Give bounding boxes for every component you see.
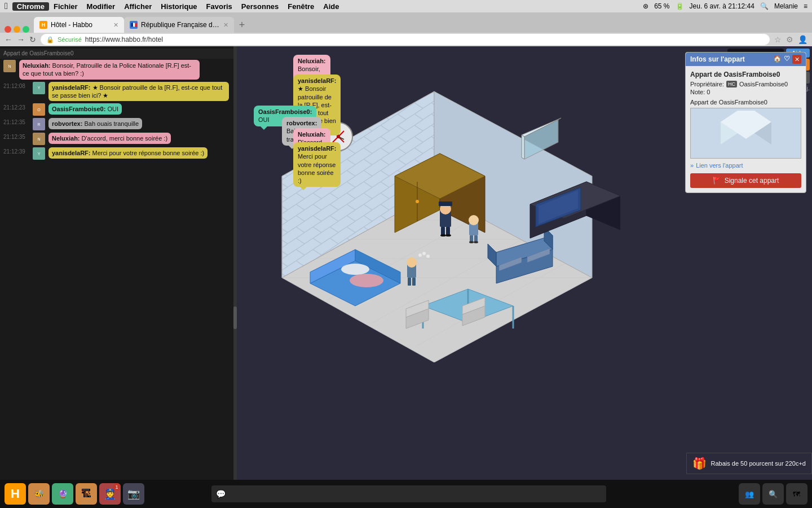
chat-bubble-5: yanisdelaRF: Merci pour votre réponse bo… xyxy=(48,147,208,159)
reload-button[interactable]: ↻ xyxy=(29,35,36,44)
chat-emoji-btn[interactable]: 💬 xyxy=(216,489,226,498)
menubar-fenetre[interactable]: Fenêtre xyxy=(283,2,319,11)
discount-banner[interactable]: 🎁 Rabais de 50 pourcent sur 220c+d xyxy=(686,453,812,474)
habbo-home-btn[interactable]: H xyxy=(5,483,26,505)
info-room-name-2: Appart de OasisFramboise0 xyxy=(690,99,801,106)
chat-text-3: Bah ouais tranquille xyxy=(84,120,139,127)
chat-bubble-4: Neluxiah: D'accord, merci bonne soirée :… xyxy=(48,133,171,144)
extensions-icon[interactable]: ⚙ xyxy=(786,35,793,44)
info-panel-heart-icon[interactable]: ♡ xyxy=(784,55,790,64)
chat-text-5: Merci pour votre réponse bonne soirée :) xyxy=(92,150,205,156)
menubar-modifier[interactable]: Modifier xyxy=(82,2,120,11)
search-icon[interactable]: 🔍 xyxy=(760,2,769,10)
forward-button[interactable]: → xyxy=(17,35,25,44)
minimize-window-btn[interactable] xyxy=(14,26,20,33)
chat-username-1: yanisdelaRF: xyxy=(52,84,90,91)
toolbar-btn-3[interactable]: 🏗 xyxy=(76,483,97,505)
search-room-btn[interactable]: 🔍 xyxy=(762,483,784,505)
report-btn-label: Signale cet appart xyxy=(725,177,779,185)
chat-input-field[interactable] xyxy=(229,490,602,498)
apple-menu[interactable]:  xyxy=(5,1,8,11)
svg-point-18 xyxy=(350,274,383,287)
address-input[interactable]: 🔒 Sécurisé https://www.habbo.fr/hotel xyxy=(41,34,770,45)
info-report-btn[interactable]: 🚩 Signale cet appart xyxy=(690,173,801,188)
tab-bar: H Hôtel - Habbo ✕ 🇫🇷 République Français… xyxy=(0,12,812,33)
info-panel: Infos sur l'appart 🏠 ♡ ✕ Appart de Oasis… xyxy=(685,52,806,193)
menubar-aide[interactable]: Aide xyxy=(319,2,343,11)
tab-republique[interactable]: 🇫🇷 République Française de Hab... ✕ xyxy=(124,17,234,33)
svg-point-38 xyxy=(407,257,417,268)
chat-bubble-2: OasisFramboise0: OUI xyxy=(48,103,122,115)
menu-extra-icon[interactable]: ≡ xyxy=(804,2,807,10)
chat-input-bar[interactable]: 💬 xyxy=(211,485,606,502)
info-panel-home-icon[interactable]: 🏠 xyxy=(773,55,782,64)
info-room-name: Appart de OasisFramboise0 xyxy=(690,71,801,78)
chat-username-3: robvortex: xyxy=(52,120,82,127)
chat-time-3: 21:12:35 xyxy=(3,119,29,125)
menubar-personnes[interactable]: Personnes xyxy=(237,2,283,11)
chat-bubble-0: Neluxiah: Bonsoir, Patrouille de la Poli… xyxy=(19,60,200,80)
users-icon-btn[interactable]: 👥 xyxy=(739,483,760,505)
lock-icon: 🔒 xyxy=(46,36,54,43)
toolbar-btn-2[interactable]: 🔮 xyxy=(52,483,73,505)
info-panel-actions: 🏠 ♡ ✕ xyxy=(773,55,801,64)
chat-username-0: Neluxiah: xyxy=(23,62,51,69)
menubar-right: ⊛ 65 % 🔋 Jeu. 6 avr. à 21:12:44 🔍 Melani… xyxy=(643,2,807,10)
chat-entry-4: 21:12:35 N Neluxiah: D'accord, merci bon… xyxy=(0,132,237,146)
toolbar-btn-4[interactable]: 👮 1 xyxy=(99,483,121,505)
maximize-window-btn[interactable] xyxy=(23,26,29,33)
thumbnail-svg xyxy=(715,111,777,156)
tab-favicon-republique: 🇫🇷 xyxy=(130,21,138,29)
discount-icon: 🎁 xyxy=(692,457,707,470)
menubar-fichier[interactable]: Fichier xyxy=(49,2,82,11)
toolbar-btn-5[interactable]: 📷 xyxy=(123,483,144,505)
info-link[interactable]: » Lien vers l'appart xyxy=(690,162,801,169)
game-area[interactable]: Neluxiah: Bonsoir, Patrouille de la Poli… xyxy=(237,46,812,480)
chat-username-4: Neluxiah: xyxy=(52,135,80,142)
avatar-yanis2: Y xyxy=(33,147,45,160)
tab-close-republique[interactable]: ✕ xyxy=(223,21,228,29)
svg-rect-26 xyxy=(439,202,452,206)
info-owner-row: Propriétaire: HC OasisFramboise0 xyxy=(690,81,801,87)
navigate-btn[interactable]: 🗺 xyxy=(786,483,807,505)
address-bar: ← → ↻ 🔒 Sécurisé https://www.habbo.fr/ho… xyxy=(0,33,812,46)
tab-label-republique: République Française de Hab... xyxy=(141,21,220,29)
chat-username-2: OasisFramboise0: xyxy=(52,106,105,112)
new-tab-btn[interactable]: + xyxy=(234,17,250,33)
url-display: https://www.habbo.fr/hotel xyxy=(85,36,163,43)
close-window-btn[interactable] xyxy=(5,26,11,33)
info-panel-body: Appart de OasisFramboise0 Propriétaire: … xyxy=(686,66,806,192)
toolbar-right: 👥 🔍 🗺 xyxy=(739,483,807,505)
svg-point-17 xyxy=(341,264,369,275)
tab-close-habbo[interactable]: ✕ xyxy=(113,21,118,29)
back-button[interactable]: ← xyxy=(5,35,12,44)
avatar-yanis: Y xyxy=(33,82,45,94)
svg-point-29 xyxy=(440,234,446,237)
bookmark-icon[interactable]: ☆ xyxy=(774,35,782,44)
chat-entry-3: 21:12:35 R robvortex: Bah ouais tranquil… xyxy=(0,117,237,132)
bottom-toolbar: H 🐝 🔮 🏗 👮 1 📷 💬 👥 🔍 🗺 xyxy=(0,480,812,508)
main-area: Appart de OasisFramboise0 N Neluxiah: Bo… xyxy=(0,46,812,480)
svg-point-41 xyxy=(418,253,422,257)
float-bubble-text-5: yanisdelaRF: Merci pour votre réponse bo… xyxy=(293,142,341,187)
chat-time-1: 21:12:08 xyxy=(3,83,29,89)
menubar-favoris[interactable]: Favoris xyxy=(202,2,237,11)
clock-display: Jeu. 6 avr. à 21:12:44 xyxy=(690,2,754,10)
menubar-chrome[interactable]: Chrome xyxy=(12,2,49,11)
menubar-afficher[interactable]: Afficher xyxy=(120,2,156,11)
svg-point-30 xyxy=(445,234,451,237)
info-link-label[interactable]: Lien vers l'appart xyxy=(696,162,743,169)
tab-hotel-habbo[interactable]: H Hôtel - Habbo ✕ xyxy=(34,17,124,33)
account-icon[interactable]: 👤 xyxy=(798,35,807,44)
info-link-arrows: » xyxy=(690,162,694,169)
chat-entry-0: N Neluxiah: Bonsoir, Patrouille de la Po… xyxy=(0,59,237,81)
svg-rect-40 xyxy=(412,278,416,286)
toolbar-btn-1[interactable]: 🐝 xyxy=(28,483,50,505)
discount-text: Rabais de 50 pourcent sur 220c+d xyxy=(711,460,806,467)
chat-bubble-1: yanisdelaRF: ★ Bonsoir patrouille de la … xyxy=(48,82,229,102)
user-name: Melanie xyxy=(774,2,798,10)
info-panel-close-btn[interactable]: ✕ xyxy=(792,55,801,64)
info-note-label: Note: xyxy=(690,89,705,95)
chat-time-2: 21:12:23 xyxy=(3,104,29,111)
menubar-historique[interactable]: Historique xyxy=(156,2,201,11)
